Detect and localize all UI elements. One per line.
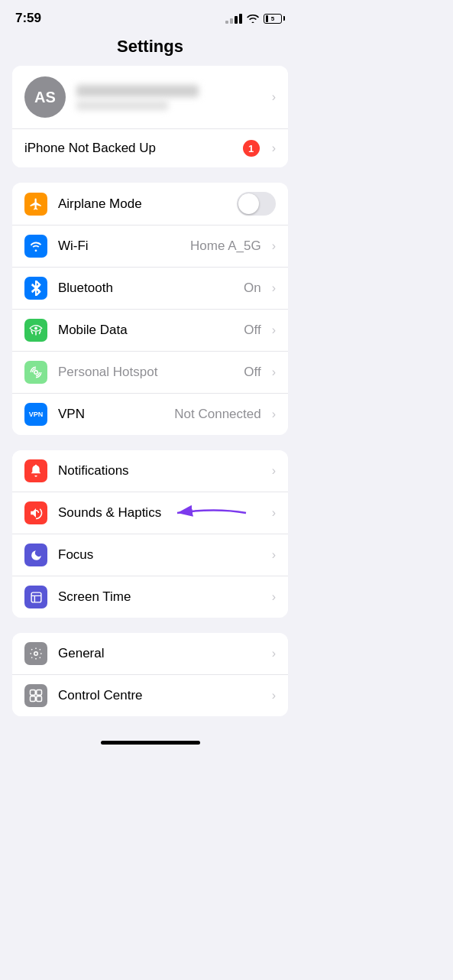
vpn-icon: VPN xyxy=(24,403,47,426)
focus-label: Focus xyxy=(58,547,266,563)
wifi-row[interactable]: Wi-Fi Home A_5G › xyxy=(12,225,288,267)
personal-hotspot-row[interactable]: Personal Hotspot Off › xyxy=(12,351,288,393)
chevron-icon: › xyxy=(272,141,276,155)
svg-point-0 xyxy=(34,327,37,330)
backup-badge: 1 xyxy=(243,140,260,157)
screen-time-icon xyxy=(24,586,47,608)
svg-rect-9 xyxy=(37,696,42,702)
wifi-status-icon xyxy=(247,14,259,23)
avatar: AS xyxy=(24,76,66,118)
focus-icon xyxy=(24,544,47,566)
profile-name-blurred xyxy=(76,85,199,97)
personal-hotspot-icon xyxy=(24,361,47,384)
chevron-icon: › xyxy=(272,506,276,520)
chevron-icon: › xyxy=(272,647,276,660)
home-bar xyxy=(101,741,200,745)
svg-point-5 xyxy=(34,652,38,656)
chevron-icon: › xyxy=(272,464,276,478)
home-indicator xyxy=(0,732,300,751)
personal-hotspot-value: Off xyxy=(244,365,260,380)
vpn-label: VPN xyxy=(58,407,174,422)
wifi-icon xyxy=(24,235,47,258)
notifications-label: Notifications xyxy=(58,463,266,479)
control-centre-icon xyxy=(24,684,47,707)
general-row[interactable]: General › xyxy=(12,633,288,674)
airplane-mode-toggle[interactable] xyxy=(237,192,276,216)
profile-section: AS › iPhone Not Backed Up 1 › xyxy=(12,66,288,167)
arrow-annotation xyxy=(170,501,254,524)
svg-point-1 xyxy=(34,371,38,375)
bluetooth-row[interactable]: Bluetooth On › xyxy=(12,267,288,309)
sounds-haptics-icon xyxy=(24,501,47,524)
bluetooth-icon xyxy=(24,277,47,300)
airplane-mode-label: Airplane Mode xyxy=(58,196,237,212)
wifi-value: Home A_5G xyxy=(190,239,261,254)
bluetooth-value: On xyxy=(244,281,261,296)
status-bar: 7:59 5 xyxy=(0,0,300,32)
icloud-backup-row[interactable]: iPhone Not Backed Up 1 › xyxy=(12,128,288,167)
mobile-data-label: Mobile Data xyxy=(58,323,244,338)
chevron-icon: › xyxy=(272,323,276,337)
chevron-icon: › xyxy=(272,281,276,295)
personal-hotspot-label: Personal Hotspot xyxy=(58,365,244,380)
chevron-icon: › xyxy=(272,365,276,379)
airplane-mode-row[interactable]: Airplane Mode xyxy=(12,183,288,225)
control-centre-row[interactable]: Control Centre › xyxy=(12,674,288,716)
airplane-mode-icon xyxy=(24,193,47,216)
chevron-icon: › xyxy=(272,590,276,604)
screen-time-row[interactable]: Screen Time › xyxy=(12,576,288,618)
status-icons: 5 xyxy=(225,13,285,24)
signal-icon xyxy=(225,13,242,24)
profile-row[interactable]: AS › xyxy=(12,66,288,128)
control-centre-label: Control Centre xyxy=(58,688,266,703)
svg-rect-6 xyxy=(31,690,36,696)
vpn-text-label: VPN xyxy=(29,410,44,418)
general-icon xyxy=(24,642,47,665)
mobile-data-value: Off xyxy=(244,323,260,338)
sounds-haptics-row[interactable]: Sounds & Haptics › xyxy=(12,492,288,534)
wifi-label: Wi-Fi xyxy=(58,239,190,254)
chevron-icon: › xyxy=(272,90,276,104)
page-title: Settings xyxy=(0,32,300,66)
notifications-icon xyxy=(24,459,47,482)
mobile-data-icon xyxy=(24,319,47,342)
chevron-icon: › xyxy=(272,689,276,703)
icloud-backup-label: iPhone Not Backed Up xyxy=(24,141,243,156)
battery-icon: 5 xyxy=(264,14,285,24)
svg-rect-8 xyxy=(31,696,36,702)
bluetooth-label: Bluetooth xyxy=(58,281,244,296)
screen-time-label: Screen Time xyxy=(58,589,266,605)
notifications-row[interactable]: Notifications › xyxy=(12,450,288,492)
profile-sub-blurred xyxy=(76,101,168,110)
network-section: Airplane Mode Wi-Fi Home A_5G › Bluetoot… xyxy=(12,183,288,435)
chevron-icon: › xyxy=(272,548,276,562)
vpn-row[interactable]: VPN VPN Not Connected › xyxy=(12,393,288,435)
svg-point-2 xyxy=(35,465,37,466)
focus-row[interactable]: Focus › xyxy=(12,534,288,576)
svg-rect-7 xyxy=(37,690,42,696)
svg-rect-4 xyxy=(31,592,41,602)
mobile-data-row[interactable]: Mobile Data Off › xyxy=(12,309,288,351)
notifications-section: Notifications › Sounds & Haptics › xyxy=(12,450,288,618)
vpn-value: Not Connected xyxy=(174,407,260,422)
chevron-icon: › xyxy=(272,239,276,253)
status-time: 7:59 xyxy=(15,11,41,26)
general-label: General xyxy=(58,646,266,661)
general-section: General › Control Centre › xyxy=(12,633,288,716)
chevron-icon: › xyxy=(272,407,276,421)
